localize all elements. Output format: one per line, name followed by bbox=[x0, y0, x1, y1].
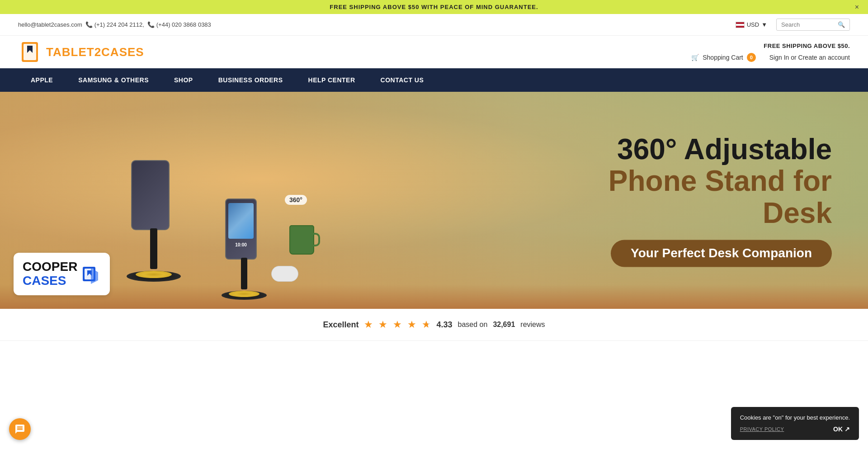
star-5-icon: ★ bbox=[422, 319, 431, 331]
hero-title-line1: 360° Adjustable bbox=[552, 133, 832, 165]
nav-link-help[interactable]: HELP CENTER bbox=[296, 68, 368, 92]
star-3-icon: ★ bbox=[393, 319, 402, 331]
nav-link-contact[interactable]: CONTACT US bbox=[368, 68, 437, 92]
currency-selector[interactable]: USD ▼ bbox=[736, 21, 767, 28]
cooper-cases-icon bbox=[81, 264, 101, 284]
stand-base-large bbox=[127, 271, 181, 282]
currency-label: USD bbox=[747, 21, 759, 28]
main-nav: APPLE SAMSUNG & OTHERS SHOP BUSINESS ORD… bbox=[0, 68, 868, 92]
mug-handle bbox=[313, 233, 320, 246]
utility-bar: hello@tablet2cases.com 📞 (+1) 224 204 21… bbox=[0, 14, 868, 36]
cart-label: Shopping Cart bbox=[703, 54, 743, 61]
nav-item-samsung: SAMSUNG & OTHERS bbox=[66, 68, 161, 92]
stand-arm-small bbox=[241, 258, 247, 289]
ratings-based-on: based on bbox=[458, 321, 488, 329]
nav-item-apple: APPLE bbox=[18, 68, 66, 92]
announcement-close-button[interactable]: × bbox=[855, 3, 859, 11]
mug bbox=[289, 225, 314, 255]
star-4-icon: ★ bbox=[407, 319, 416, 331]
phone-stand-large bbox=[127, 160, 181, 282]
hero-cta-button[interactable]: Your Perfect Desk Companion bbox=[611, 240, 832, 267]
star-1-icon: ★ bbox=[364, 319, 373, 331]
logo[interactable]: TABLET2CASES bbox=[18, 40, 144, 64]
deg-label: 360° bbox=[285, 195, 307, 205]
star-2-icon: ★ bbox=[378, 319, 387, 331]
phone-uk: (+44) 020 3868 0383 bbox=[156, 21, 211, 28]
cooper-text: COOPER bbox=[23, 260, 77, 274]
utility-right: USD ▼ 🔍 bbox=[736, 19, 850, 31]
shopping-cart-button[interactable]: 🛒 Shopping Cart 0 bbox=[691, 53, 756, 62]
nav-link-apple[interactable]: APPLE bbox=[18, 68, 66, 92]
cooper-cases-badge: COOPER CASES bbox=[14, 253, 110, 295]
nav-item-contact: CONTACT US bbox=[368, 68, 437, 92]
chevron-down-icon: ▼ bbox=[761, 21, 767, 28]
reviews-label: reviews bbox=[520, 321, 545, 329]
cart-count-badge: 0 bbox=[747, 53, 756, 62]
phone-screen bbox=[228, 203, 254, 239]
phone-large bbox=[131, 160, 170, 230]
search-bar[interactable]: 🔍 bbox=[776, 19, 850, 31]
logo-text: TABLET2CASES bbox=[46, 45, 144, 59]
hero-text: 360° Adjustable Phone Stand for Desk You… bbox=[552, 133, 832, 267]
stand-arm-large bbox=[150, 228, 157, 269]
nav-link-shop[interactable]: SHOP bbox=[161, 68, 206, 92]
us-flag-icon bbox=[736, 22, 745, 28]
header: TABLET2CASES FREE SHIPPING ABOVE $50. 🛒 … bbox=[0, 36, 868, 68]
cooper-cases-text: COOPER CASES bbox=[23, 260, 77, 288]
ratings-excellent-label: Excellent bbox=[323, 320, 359, 330]
announcement-text: FREE SHIPPING ABOVE $50 WITH PEACE OF MI… bbox=[330, 4, 538, 10]
nav-item-shop: SHOP bbox=[161, 68, 206, 92]
phone-stand-small: 10:00 bbox=[222, 199, 267, 300]
search-input[interactable] bbox=[781, 21, 835, 28]
phone-small: 10:00 bbox=[225, 199, 257, 260]
contact-info: hello@tablet2cases.com 📞 (+1) 224 204 21… bbox=[18, 21, 211, 28]
nav-link-samsung[interactable]: SAMSUNG & OTHERS bbox=[66, 68, 161, 92]
earbuds-case bbox=[271, 266, 298, 282]
nav-link-business[interactable]: BUSINESS ORDERS bbox=[206, 68, 296, 92]
nav-list: APPLE SAMSUNG & OTHERS SHOP BUSINESS ORD… bbox=[18, 68, 850, 92]
signin-link[interactable]: Sign In or Create an account bbox=[769, 54, 850, 61]
header-actions: 🛒 Shopping Cart 0 Sign In or Create an a… bbox=[691, 53, 850, 62]
phone-time: 10:00 bbox=[226, 242, 256, 247]
announcement-bar: FREE SHIPPING ABOVE $50 WITH PEACE OF MI… bbox=[0, 0, 868, 14]
nav-item-help: HELP CENTER bbox=[296, 68, 368, 92]
header-right: FREE SHIPPING ABOVE $50. 🛒 Shopping Cart… bbox=[691, 43, 850, 62]
free-shipping-note: FREE SHIPPING ABOVE $50. bbox=[764, 43, 850, 49]
hero-title-line2: Phone Stand for Desk bbox=[552, 165, 832, 229]
stand-base-ring-small bbox=[229, 291, 259, 297]
email: hello@tablet2cases.com bbox=[18, 21, 82, 28]
hero-banner: 10:00 360° 360° Adjustable Phone Stand f… bbox=[0, 92, 868, 309]
logo-icon bbox=[18, 40, 42, 64]
rating-score: 4.33 bbox=[436, 320, 452, 330]
cases-text: CASES bbox=[23, 274, 77, 288]
nav-item-business: BUSINESS ORDERS bbox=[206, 68, 296, 92]
ratings-bar: Excellent ★ ★ ★ ★ ★ 4.33 based on 32,691… bbox=[0, 309, 868, 341]
stand-base-ring bbox=[136, 271, 172, 278]
reviews-count: 32,691 bbox=[493, 321, 515, 329]
cart-icon: 🛒 bbox=[691, 54, 699, 61]
search-icon[interactable]: 🔍 bbox=[838, 21, 845, 28]
stand-base-small bbox=[222, 291, 267, 300]
phone-us: (+1) 224 204 2112 bbox=[94, 21, 143, 28]
